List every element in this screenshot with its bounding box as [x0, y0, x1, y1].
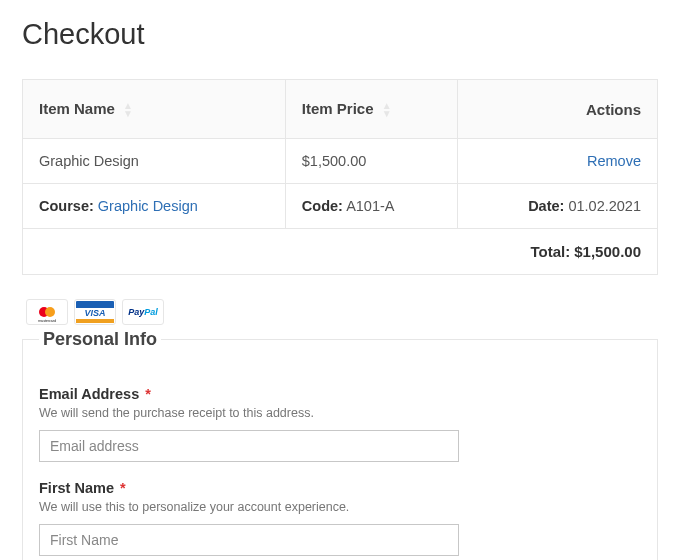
- cell-course: Course: Graphic Design: [23, 184, 286, 229]
- field-first-name: First Name * We will use this to persona…: [39, 480, 641, 556]
- total-label: Total:: [531, 243, 571, 260]
- email-label: Email Address *: [39, 386, 641, 402]
- sort-icon[interactable]: ▲▼: [123, 102, 133, 118]
- visa-icon[interactable]: VISA: [74, 299, 116, 325]
- remove-link[interactable]: Remove: [587, 153, 641, 169]
- required-mark: *: [120, 480, 126, 496]
- sort-icon[interactable]: ▲▼: [382, 102, 392, 118]
- email-label-text: Email Address: [39, 386, 139, 402]
- payment-icons: mastercard VISA PayPal: [26, 299, 658, 325]
- cell-actions: Remove: [458, 139, 658, 184]
- email-input[interactable]: [39, 430, 459, 462]
- personal-info-fieldset: Personal Info Email Address * We will se…: [22, 329, 658, 560]
- first-name-label-text: First Name: [39, 480, 114, 496]
- code-value: A101-A: [346, 198, 394, 214]
- first-name-label: First Name *: [39, 480, 641, 496]
- date-value: 01.02.2021: [568, 198, 641, 214]
- detail-row: Course: Graphic Design Code: A101-A Date…: [23, 184, 658, 229]
- cell-item-name: Graphic Design: [23, 139, 286, 184]
- col-item-price[interactable]: Item Price ▲▼: [285, 80, 457, 139]
- total-amount: $1,500.00: [574, 243, 641, 260]
- course-link[interactable]: Graphic Design: [98, 198, 198, 214]
- mastercard-icon[interactable]: mastercard: [26, 299, 68, 325]
- field-email: Email Address * We will send the purchas…: [39, 386, 641, 462]
- date-label: Date:: [528, 198, 564, 214]
- cell-item-price: $1,500.00: [285, 139, 457, 184]
- table-row: Graphic Design $1,500.00 Remove: [23, 139, 658, 184]
- cell-code: Code: A101-A: [285, 184, 457, 229]
- col-item-price-label: Item Price: [302, 100, 374, 117]
- col-item-name[interactable]: Item Name ▲▼: [23, 80, 286, 139]
- cart-table: Item Name ▲▼ Item Price ▲▼ Actions Graph…: [22, 79, 658, 275]
- col-item-name-label: Item Name: [39, 100, 115, 117]
- first-name-input[interactable]: [39, 524, 459, 556]
- page-title: Checkout: [22, 18, 658, 51]
- course-label: Course:: [39, 198, 94, 214]
- paypal-icon[interactable]: PayPal: [122, 299, 164, 325]
- col-actions-label: Actions: [586, 101, 641, 118]
- total-row: Total: $1,500.00: [23, 229, 658, 275]
- cell-date: Date: 01.02.2021: [458, 184, 658, 229]
- code-label: Code:: [302, 198, 343, 214]
- required-mark: *: [145, 386, 151, 402]
- col-actions: Actions: [458, 80, 658, 139]
- first-name-help: We will use this to personalize your acc…: [39, 500, 641, 514]
- email-help: We will send the purchase receipt to thi…: [39, 406, 641, 420]
- personal-info-legend: Personal Info: [39, 329, 161, 350]
